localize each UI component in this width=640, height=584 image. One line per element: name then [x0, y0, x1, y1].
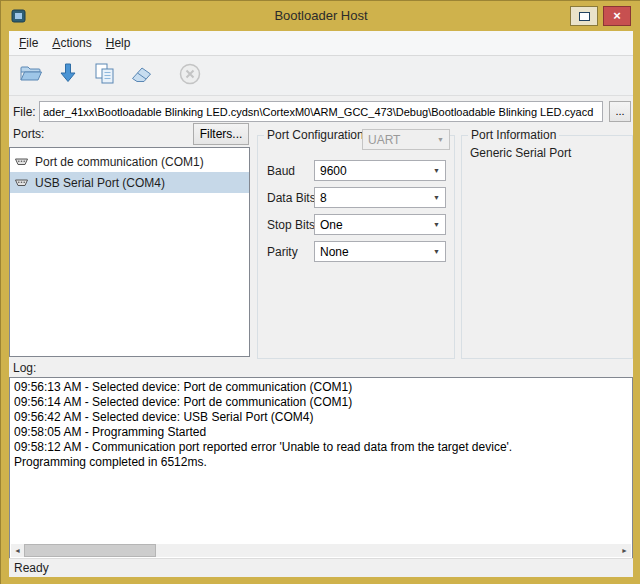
- parity-label: Parity: [267, 245, 298, 259]
- port-item-com4[interactable]: USB Serial Port (COM4): [10, 172, 249, 193]
- toolbar: [9, 56, 633, 96]
- log-output[interactable]: 09:56:13 AM - Selected device: Port de c…: [9, 377, 633, 559]
- window-content: File Actions Help: [9, 31, 633, 577]
- minimize-button[interactable]: [570, 6, 598, 26]
- log-line: 09:56:13 AM - Selected device: Port de c…: [14, 380, 629, 395]
- stop-bits-row: Stop Bits One ▼: [258, 214, 454, 235]
- filters-button[interactable]: Filters...: [193, 123, 249, 145]
- chevron-down-icon: ▼: [429, 216, 444, 233]
- port-item-label: Port de communication (COM1): [35, 155, 204, 169]
- data-bits-value: 8: [320, 191, 327, 205]
- log-line: Programming completed in 6512ms.: [14, 455, 629, 470]
- ports-list[interactable]: Port de communication (COM1) USB Serial …: [9, 147, 250, 357]
- chevron-down-icon: ▼: [429, 189, 444, 206]
- bootloader-host-window: Bootloader Host × File Actions Help: [0, 0, 640, 584]
- close-button[interactable]: ×: [603, 6, 631, 26]
- parity-select[interactable]: None ▼: [314, 241, 446, 262]
- caption-buttons: ×: [570, 6, 631, 26]
- port-information-title: Port Information: [468, 128, 559, 142]
- log-label: Log:: [13, 361, 36, 375]
- port-item-com1[interactable]: Port de communication (COM1): [10, 151, 249, 172]
- abort-button[interactable]: [173, 59, 207, 93]
- open-file-button[interactable]: [14, 59, 48, 93]
- log-lines: 09:56:13 AM - Selected device: Port de c…: [14, 380, 629, 544]
- program-button[interactable]: [51, 59, 85, 93]
- menu-file[interactable]: File: [12, 32, 45, 54]
- baud-label: Baud: [267, 164, 295, 178]
- folder-open-icon: [18, 61, 44, 91]
- port-configuration-title: Port Configuration: [264, 128, 367, 142]
- serial-port-icon: [14, 177, 29, 189]
- port-configuration-group: Port Configuration UART ▼ Baud 9600 ▼ Da…: [257, 135, 455, 359]
- menu-help[interactable]: Help: [99, 32, 138, 54]
- baud-value: 9600: [320, 164, 347, 178]
- port-information-group: Port Information Generic Serial Port: [461, 135, 633, 359]
- protocol-value: UART: [368, 133, 400, 147]
- scrollbar-thumb[interactable]: [24, 544, 156, 557]
- file-path-input[interactable]: [39, 101, 603, 122]
- scroll-left-button[interactable]: ◄: [11, 544, 24, 557]
- data-bits-label: Data Bits: [267, 191, 316, 205]
- data-bits-row: Data Bits 8 ▼: [258, 187, 454, 208]
- titlebar: Bootloader Host ×: [1, 1, 640, 31]
- data-bits-select[interactable]: 8 ▼: [314, 187, 446, 208]
- log-line: 09:56:42 AM - Selected device: USB Seria…: [14, 410, 629, 425]
- log-line: 09:58:05 AM - Programming Started: [14, 425, 629, 440]
- serial-port-icon: [14, 156, 29, 168]
- baud-select[interactable]: 9600 ▼: [314, 160, 446, 181]
- chevron-down-icon: ▼: [429, 243, 444, 260]
- minimize-icon: [579, 12, 590, 21]
- menubar: File Actions Help: [9, 31, 633, 56]
- port-item-label: USB Serial Port (COM4): [35, 176, 165, 190]
- chevron-down-icon: ▼: [429, 162, 444, 179]
- protocol-select[interactable]: UART ▼: [362, 129, 450, 150]
- status-text: Ready: [14, 561, 49, 575]
- stop-bits-value: One: [320, 218, 343, 232]
- log-line: 09:58:12 AM - Communication port reporte…: [14, 440, 629, 455]
- log-line: 09:56:14 AM - Selected device: Port de c…: [14, 395, 629, 410]
- verify-button[interactable]: [88, 59, 122, 93]
- eraser-icon: [129, 61, 155, 91]
- chevron-down-icon: ▼: [433, 131, 448, 148]
- ports-label: Ports:: [13, 127, 44, 141]
- parity-row: Parity None ▼: [258, 241, 454, 262]
- stop-bits-select[interactable]: One ▼: [314, 214, 446, 235]
- baud-row: Baud 9600 ▼: [258, 160, 454, 181]
- statusbar: Ready: [9, 558, 633, 577]
- stop-icon: [177, 61, 203, 91]
- menu-actions[interactable]: Actions: [45, 32, 98, 54]
- window-title: Bootloader Host: [1, 8, 640, 23]
- close-icon: ×: [613, 8, 621, 24]
- download-arrow-icon: [55, 61, 81, 91]
- file-label: File:: [13, 105, 36, 119]
- parity-value: None: [320, 245, 349, 259]
- stop-bits-label: Stop Bits: [267, 218, 315, 232]
- copy-documents-icon: [92, 61, 118, 91]
- scroll-right-button[interactable]: ►: [618, 544, 631, 557]
- browse-button[interactable]: ...: [609, 101, 631, 122]
- log-horizontal-scrollbar[interactable]: ◄ ►: [11, 544, 631, 557]
- port-information-value: Generic Serial Port: [470, 146, 571, 160]
- erase-button[interactable]: [125, 59, 159, 93]
